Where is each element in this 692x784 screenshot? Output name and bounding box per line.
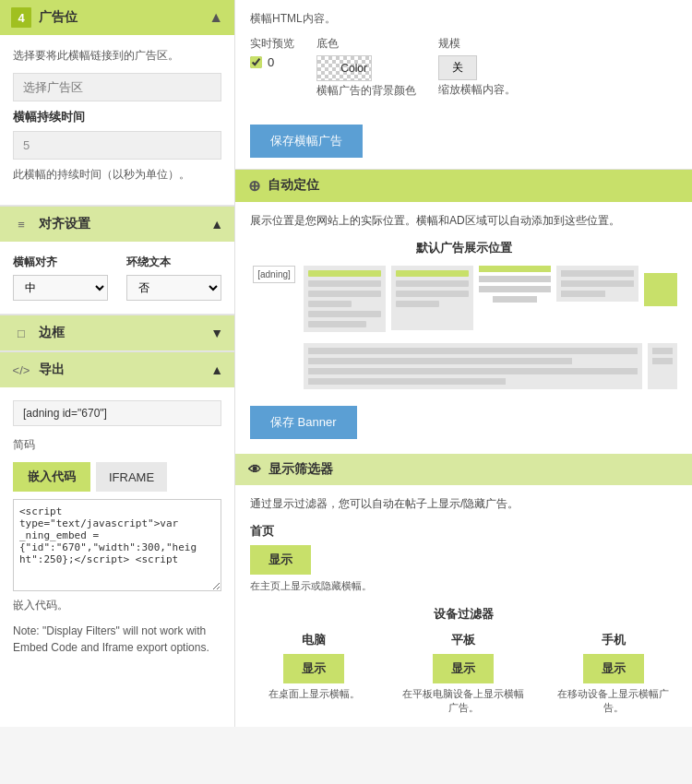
shortcode-input[interactable]	[13, 400, 221, 426]
save-position-btn[interactable]: 保存 Banner	[250, 406, 357, 439]
tablet-note: 在平板电脑设备上显示横幅广告。	[400, 687, 527, 716]
auto-pos-title: 自动定位	[268, 177, 319, 194]
auto-pos-section: ⊕ 自动定位 展示位置是您网站上的实际位置。横幅和AD区域可以自动添加到这些位置…	[235, 170, 692, 454]
auto-pos-header: ⊕ 自动定位	[235, 170, 692, 202]
section4-title: 广告位	[39, 9, 209, 26]
device-filter-label: 设备过滤器	[250, 606, 677, 623]
ad-zone-select[interactable]	[13, 73, 221, 101]
ad-line1	[308, 280, 381, 287]
device-row: 电脑 显示 在桌面上显示横幅。 平板 显示 在平板电脑设备上显示横幅广告。 手机…	[250, 632, 677, 716]
align-section: ≡ 对齐设置 ▲ 横幅对齐 中 环绕文本 否	[0, 205, 234, 314]
color-picker-btn[interactable]: Color	[316, 55, 372, 81]
tablet-label: 平板	[400, 632, 527, 648]
mobile-show-btn[interactable]: 显示	[583, 654, 644, 683]
align-body: 横幅对齐 中 环绕文本 否	[0, 242, 234, 314]
border-icon: □	[11, 323, 31, 343]
align-title: 对齐设置	[39, 216, 210, 232]
ad-r2-line3	[308, 368, 638, 374]
export-section: </> 导出 ▲ 简码 嵌入代码 IFRAME <script type="te…	[0, 350, 234, 678]
ad-block-2	[391, 266, 473, 330]
homepage-filter-group: 首页 显示 在主页上显示或隐藏横幅。	[250, 523, 677, 593]
align-select[interactable]: 中	[13, 275, 108, 301]
homepage-show-btn[interactable]: 显示	[250, 545, 311, 575]
scale-btn[interactable]: 关	[438, 55, 477, 80]
ad-line10	[479, 286, 552, 292]
wrap-col: 环绕文本 否	[126, 255, 221, 301]
section4-num: 4	[11, 7, 31, 28]
export-body: 简码 嵌入代码 IFRAME <script type="text/javasc…	[0, 387, 234, 678]
iframe-button[interactable]: IFRAME	[96, 462, 167, 492]
ad-line9	[479, 276, 552, 282]
section4-header[interactable]: 4 广告位 ▲	[0, 0, 234, 35]
main-layout: 4 广告位 ▲ 选择要将此横幅链接到的广告区。 横幅持续时间 此横幅的持续时间（…	[0, 0, 692, 727]
ad-r2-line1	[308, 348, 638, 354]
section4-arrow: ▲	[209, 9, 223, 26]
ad-line13	[561, 280, 634, 287]
align-arrow: ▲	[210, 217, 223, 232]
display-filter-header: 👁 显示筛选器	[235, 454, 692, 485]
ad-line7	[396, 291, 469, 297]
adning-label-block: [adning]	[250, 266, 298, 283]
embed-code-button[interactable]: 嵌入代码	[13, 462, 90, 492]
ad-line6	[396, 280, 469, 287]
ad-r2b-line2	[652, 358, 673, 364]
desktop-col: 电脑 显示 在桌面上显示横幅。	[250, 632, 377, 716]
ad-r2b-line1	[652, 348, 673, 354]
preview-num: 0	[268, 55, 274, 69]
export-note: Note: "Display Filters" will not work wi…	[13, 623, 221, 656]
preview-checkbox[interactable]	[250, 56, 262, 68]
align-col: 横幅对齐 中	[13, 255, 108, 301]
display-filter-section: 👁 显示筛选器 通过显示过滤器，您可以自动在帖子上显示/隐藏广告。 首页 显示 …	[235, 454, 692, 727]
align-header[interactable]: ≡ 对齐设置 ▲	[0, 206, 234, 242]
scale-note: 缩放横幅内容。	[438, 82, 516, 98]
ad-grid: [adning]	[250, 266, 677, 332]
export-icon: </>	[11, 360, 31, 380]
border-header[interactable]: □ 边框 ▼	[0, 315, 234, 350]
ad-line14	[561, 291, 604, 297]
mobile-note: 在移动设备上显示横幅广告。	[550, 687, 677, 716]
save-banner-btn[interactable]: 保存横幅广告	[250, 125, 363, 158]
mobile-col: 手机 显示 在移动设备上显示横幅广告。	[550, 632, 677, 716]
shortcode-label: 简码	[13, 437, 221, 453]
bg-label: 底色	[316, 36, 416, 52]
ad-block-4	[556, 266, 638, 302]
adning-label: [adning]	[253, 266, 295, 283]
auto-pos-desc: 展示位置是您网站上的实际位置。横幅和AD区域可以自动添加到这些位置。	[250, 213, 677, 229]
tablet-col: 平板 显示 在平板电脑设备上显示横幅广告。	[400, 632, 527, 716]
border-title: 边框	[39, 325, 210, 341]
preview-row: 实时预览 0 底色 Color 横幅广告的背景颜色 规模 关 缩放	[250, 36, 677, 108]
border-arrow: ▼	[210, 326, 223, 340]
desktop-note: 在桌面上显示横幅。	[250, 687, 377, 701]
align-row: 横幅对齐 中 环绕文本 否	[13, 255, 221, 301]
section4-body: 选择要将此横幅链接到的广告区。 横幅持续时间 此横幅的持续时间（以秒为单位）。	[0, 35, 234, 205]
desktop-show-btn[interactable]: 显示	[283, 654, 344, 683]
ad-block-1	[304, 266, 386, 332]
tablet-show-btn[interactable]: 显示	[433, 654, 494, 683]
wrap-label: 环绕文本	[126, 255, 221, 270]
display-filter-desc: 通过显示过滤器，您可以自动在帖子上显示/隐藏广告。	[250, 496, 677, 512]
ad-line5	[308, 321, 366, 327]
auto-pos-body: 展示位置是您网站上的实际位置。横幅和AD区域可以自动添加到这些位置。 默认广告展…	[235, 202, 692, 454]
display-filter-icon: 👁	[248, 462, 261, 477]
export-header[interactable]: </> 导出 ▲	[0, 351, 234, 387]
duration-input[interactable]	[13, 131, 221, 160]
export-btn-row: 嵌入代码 IFRAME	[13, 462, 221, 492]
export-title: 导出	[39, 362, 210, 378]
section4-desc: 选择要将此横幅链接到的广告区。	[13, 48, 221, 64]
preview-col: 实时预览 0	[250, 36, 294, 108]
embed-label: 嵌入代码。	[13, 598, 221, 613]
embed-code-textarea[interactable]: <script type="text/javascript">var _ning…	[13, 499, 221, 591]
ad-line3	[308, 301, 352, 307]
homepage-note: 在主页上显示或隐藏横幅。	[250, 579, 677, 593]
preview-checkbox-row: 0	[250, 55, 294, 69]
ad-block-row2-1	[304, 343, 642, 389]
ad-line4	[308, 311, 381, 317]
display-filter-body: 通过显示过滤器，您可以自动在帖子上显示/隐藏广告。 首页 显示 在主页上显示或隐…	[235, 485, 692, 727]
border-section: □ 边框 ▼	[0, 314, 234, 350]
wrap-select[interactable]: 否	[126, 275, 221, 301]
ad-block-3	[479, 266, 552, 303]
ad-block-row2-2	[648, 343, 677, 389]
ad-line2	[308, 291, 381, 297]
align-icon: ≡	[11, 214, 31, 234]
ad-line8	[396, 301, 439, 307]
